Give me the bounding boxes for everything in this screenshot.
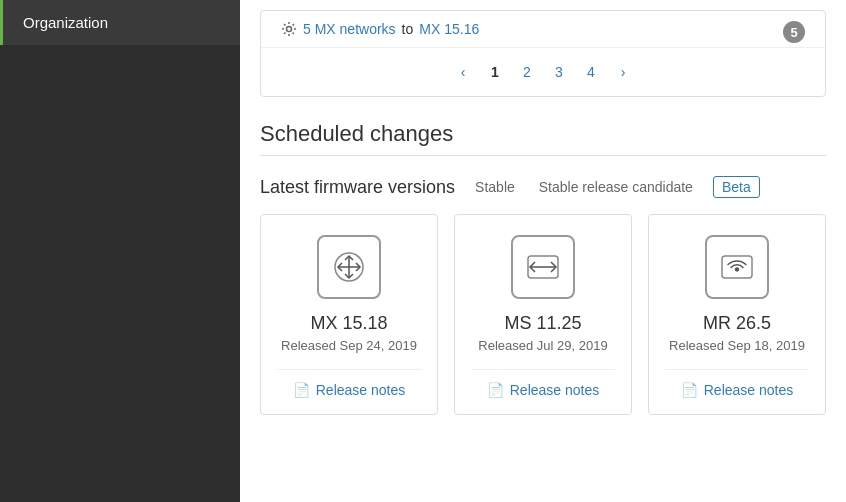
sidebar: Organization (0, 0, 240, 502)
filter-beta[interactable]: Beta (713, 176, 760, 198)
mx-device-icon (317, 235, 381, 299)
mr-device-icon (705, 235, 769, 299)
ms-device-icon (511, 235, 575, 299)
mr-release-notes-link[interactable]: 📄 Release notes (681, 382, 794, 398)
ms-firmware-date: Released Jul 29, 2019 (478, 338, 607, 353)
firmware-card-mr: MR 26.5 Released Sep 18, 2019 📄 Release … (648, 214, 826, 415)
to-label: to (402, 21, 414, 37)
page-1-button[interactable]: 1 (481, 58, 509, 86)
doc-icon: 📄 (293, 382, 310, 398)
section-divider (260, 155, 826, 156)
ms-firmware-name: MS 11.25 (504, 313, 581, 334)
page-3-button[interactable]: 3 (545, 58, 573, 86)
ms-card-divider (471, 369, 615, 370)
main-content: 5 MX networks to MX 15.16 5 ‹ 1 2 3 4 › … (240, 0, 846, 502)
arrows-cross-icon (331, 249, 367, 285)
mx-release-notes-link[interactable]: 📄 Release notes (293, 382, 406, 398)
pagination-section: 5 MX networks to MX 15.16 5 ‹ 1 2 3 4 › (260, 10, 826, 97)
mr-firmware-date: Released Sep 18, 2019 (669, 338, 805, 353)
scheduled-changes-title: Scheduled changes (260, 121, 826, 147)
wifi-icon (719, 249, 755, 285)
mx-card-divider (277, 369, 421, 370)
firmware-cards: MX 15.18 Released Sep 24, 2019 📄 Release… (260, 214, 826, 415)
mr-release-notes-label: Release notes (704, 382, 794, 398)
ms-release-notes-link[interactable]: 📄 Release notes (487, 382, 600, 398)
mx-release-notes-label: Release notes (316, 382, 406, 398)
prev-page-button[interactable]: ‹ (449, 58, 477, 86)
filter-stable-rc[interactable]: Stable release candidate (535, 177, 697, 197)
mx-firmware-date: Released Sep 24, 2019 (281, 338, 417, 353)
firmware-card-ms: MS 11.25 Released Jul 29, 2019 📄 Release… (454, 214, 632, 415)
mr-card-divider (665, 369, 809, 370)
ms-doc-icon: 📄 (487, 382, 504, 398)
pagination-controls: ‹ 1 2 3 4 › (261, 48, 825, 96)
sidebar-item-organization[interactable]: Organization (0, 0, 240, 45)
mx-version-link[interactable]: MX 15.16 (419, 21, 479, 37)
page-2-button[interactable]: 2 (513, 58, 541, 86)
mr-doc-icon: 📄 (681, 382, 698, 398)
mx-firmware-name: MX 15.18 (310, 313, 387, 334)
mr-firmware-name: MR 26.5 (703, 313, 771, 334)
arrows-lr-icon (525, 249, 561, 285)
firmware-header: Latest firmware versions Stable Stable r… (260, 176, 826, 198)
mx-networks-link[interactable]: 5 MX networks (303, 21, 396, 37)
firmware-card-mx: MX 15.18 Released Sep 24, 2019 📄 Release… (260, 214, 438, 415)
filter-stable[interactable]: Stable (471, 177, 519, 197)
settings-icon (281, 21, 297, 37)
svg-point-0 (287, 27, 292, 32)
badge-count: 5 (783, 21, 805, 43)
next-page-button[interactable]: › (609, 58, 637, 86)
network-link-row: 5 MX networks to MX 15.16 5 (261, 11, 825, 48)
page-4-button[interactable]: 4 (577, 58, 605, 86)
firmware-section-title: Latest firmware versions (260, 177, 455, 198)
ms-release-notes-label: Release notes (510, 382, 600, 398)
svg-rect-6 (722, 256, 752, 278)
